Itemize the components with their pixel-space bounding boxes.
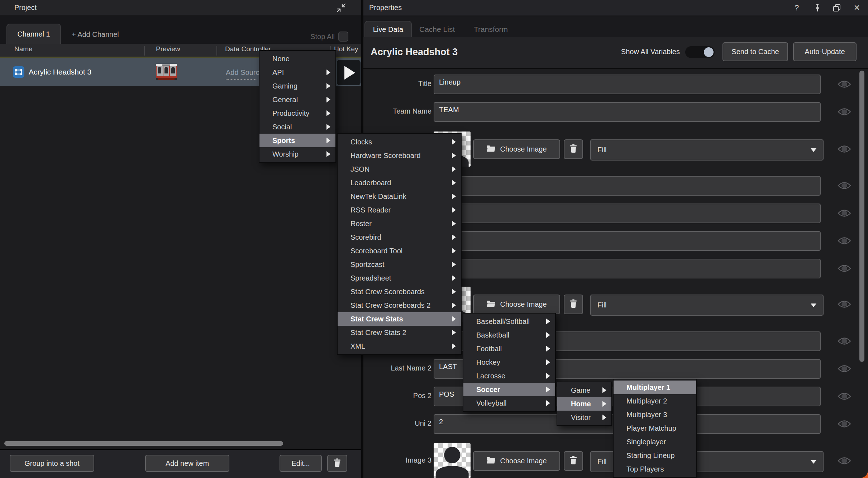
visibility-eye-icon[interactable]: [838, 236, 851, 245]
menu-item-soccer[interactable]: Soccer: [463, 383, 555, 396]
menu-item-singleplayer[interactable]: Singleplayer: [614, 435, 696, 449]
pin-icon[interactable]: [812, 3, 823, 13]
menu-item-social[interactable]: Social: [259, 120, 335, 134]
menu-item-game[interactable]: Game: [557, 383, 611, 397]
menu-item-leaderboard[interactable]: Leaderboard: [338, 176, 461, 190]
menu-item-api[interactable]: API: [259, 66, 335, 79]
menu-item-clocks[interactable]: Clocks: [338, 135, 461, 149]
image-3-thumbnail[interactable]: [434, 443, 471, 478]
visibility-eye-icon[interactable]: [838, 457, 851, 465]
text-input[interactable]: [434, 204, 821, 223]
text-input[interactable]: [434, 259, 821, 278]
menu-item-stat-crew-scoreboards[interactable]: Stat Crew Scoreboards: [338, 285, 461, 298]
visibility-eye-icon[interactable]: [838, 364, 851, 373]
menu-item-multiplayer-1[interactable]: Multiplayer 1: [614, 381, 696, 394]
menu-item-xml[interactable]: XML: [338, 339, 461, 353]
clear-image-3-button[interactable]: [564, 451, 583, 471]
image-2-fill-dropdown[interactable]: Fill: [590, 295, 824, 316]
choose-image-2-button[interactable]: Choose Image: [473, 295, 560, 314]
menu-item-hardware-scoreboard[interactable]: Hardware Scoreboard: [338, 149, 461, 162]
menu-item-gaming[interactable]: Gaming: [259, 79, 335, 93]
menu-item-rss-reader[interactable]: RSS Reader: [338, 203, 461, 217]
close-icon[interactable]: ✕: [852, 3, 862, 13]
menu-item-multiplayer-3[interactable]: Multiplayer 3: [614, 408, 696, 421]
choose-image-1-button[interactable]: Choose Image: [473, 139, 560, 159]
menu-item-football[interactable]: Football: [463, 342, 555, 355]
menu-item-visitor[interactable]: Visitor: [557, 411, 611, 424]
menu-item-lacrosse[interactable]: Lacrosse: [463, 369, 555, 383]
send-to-cache-button[interactable]: Send to Cache: [722, 42, 788, 61]
submenu-arrow-icon: [452, 302, 456, 308]
project-panel-title: Project: [14, 4, 37, 12]
title-input[interactable]: Lineup: [434, 75, 821, 94]
tab-live-data[interactable]: Live Data: [364, 21, 412, 37]
menu-item-newtek-datalink[interactable]: NewTek DataLink: [338, 190, 461, 203]
menu-item-sports[interactable]: Sports: [259, 134, 335, 147]
add-new-item-button[interactable]: Add new item: [145, 455, 229, 472]
vertical-scrollbar[interactable]: [859, 71, 864, 362]
clear-image-2-button[interactable]: [564, 295, 583, 314]
menu-item-scoreboard-tool[interactable]: Scoreboard Tool: [338, 244, 461, 258]
choose-image-3-button[interactable]: Choose Image: [473, 451, 560, 471]
edit-button[interactable]: Edit...: [280, 455, 322, 472]
delete-item-button[interactable]: [327, 455, 347, 472]
menu-item-worship[interactable]: Worship: [259, 147, 335, 161]
add-channel-button[interactable]: + Add Channel: [72, 30, 119, 39]
text-input[interactable]: [434, 176, 821, 196]
menu-item-multiplayer-2[interactable]: Multiplayer 2: [614, 394, 696, 408]
menu-item-none[interactable]: None: [259, 52, 335, 66]
menu-item-stat-crew-stats-2[interactable]: Stat Crew Stats 2: [338, 326, 461, 339]
menu-item-roster[interactable]: Roster: [338, 217, 461, 230]
menu-item-stat-crew-scoreboards-2[interactable]: Stat Crew Scoreboards 2: [338, 298, 461, 312]
menu-item-stat-crew-stats[interactable]: Stat Crew Stats: [338, 312, 461, 326]
stop-all-toggle[interactable]: [338, 32, 348, 42]
trash-icon: [570, 144, 577, 154]
visibility-eye-icon[interactable]: [838, 337, 851, 345]
text-input[interactable]: [434, 231, 821, 251]
column-preview[interactable]: Preview: [156, 45, 180, 53]
menu-item-productivity[interactable]: Productivity: [259, 106, 335, 120]
visibility-eye-icon[interactable]: [838, 420, 851, 428]
menu-item-basketball[interactable]: Basketball: [463, 328, 555, 342]
submenu-arrow-icon: [326, 97, 330, 102]
group-into-shot-button[interactable]: Group into a shot: [10, 455, 94, 472]
menu-item-home[interactable]: Home: [557, 397, 611, 411]
show-all-variables-toggle[interactable]: [685, 46, 715, 58]
play-button[interactable]: [337, 60, 361, 85]
menu-item-starting-lineup[interactable]: Starting Lineup: [614, 449, 696, 462]
help-icon[interactable]: ?: [791, 3, 802, 13]
menu-item-sportzcast[interactable]: Sportzcast: [338, 258, 461, 271]
menu-item-json[interactable]: JSON: [338, 162, 461, 176]
menu-item-baseball-softball[interactable]: Baseball/Softball: [463, 315, 555, 328]
menu-item-hockey[interactable]: Hockey: [463, 355, 555, 369]
restore-window-icon[interactable]: [831, 3, 842, 13]
auto-update-button[interactable]: Auto-Update: [793, 42, 857, 61]
submenu-arrow-icon: [546, 400, 550, 406]
visibility-eye-icon[interactable]: [838, 392, 851, 401]
horizontal-scrollbar[interactable]: [4, 441, 283, 446]
visibility-eye-icon[interactable]: [838, 209, 851, 218]
menu-item-general[interactable]: General: [259, 93, 335, 106]
image-1-fill-dropdown[interactable]: Fill: [590, 139, 824, 161]
submenu-arrow-icon: [452, 289, 456, 295]
column-hot-key[interactable]: Hot Key: [334, 45, 360, 53]
tab-transform[interactable]: Transform: [474, 25, 508, 34]
tab-channel-1[interactable]: Channel 1: [6, 24, 61, 44]
team-name-input[interactable]: TEAM: [434, 102, 821, 122]
menu-item-volleyball[interactable]: Volleyball: [463, 396, 555, 410]
add-source-link[interactable]: Add Source: [226, 68, 263, 77]
visibility-eye-icon[interactable]: [838, 300, 851, 309]
visibility-eye-icon[interactable]: [838, 145, 851, 153]
tab-cache-list[interactable]: Cache List: [419, 25, 455, 34]
clear-image-1-button[interactable]: [564, 139, 583, 159]
menu-item-player-matchup[interactable]: Player Matchup: [614, 421, 696, 435]
menu-item-top-players[interactable]: Top Players: [614, 462, 696, 476]
collapse-panel-icon[interactable]: [336, 3, 346, 14]
visibility-eye-icon[interactable]: [838, 264, 851, 273]
visibility-eye-icon[interactable]: [838, 80, 851, 89]
column-name[interactable]: Name: [14, 45, 33, 53]
visibility-eye-icon[interactable]: [838, 181, 851, 190]
menu-item-scorebird[interactable]: Scorebird: [338, 230, 461, 244]
visibility-eye-icon[interactable]: [838, 107, 851, 116]
menu-item-spreadsheet[interactable]: Spreadsheet: [338, 271, 461, 285]
